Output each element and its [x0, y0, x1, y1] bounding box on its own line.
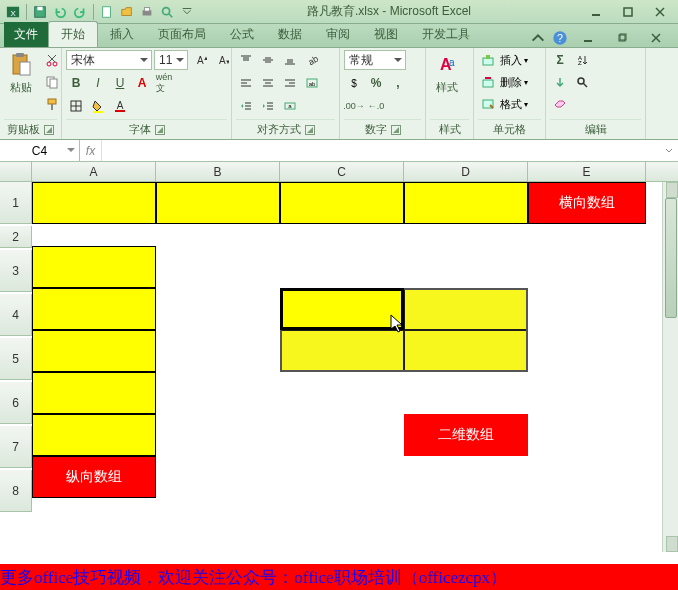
orientation-icon[interactable]: ab: [302, 50, 322, 70]
col-header-e[interactable]: E: [528, 162, 646, 181]
cut-icon[interactable]: [42, 50, 62, 70]
cell-d4[interactable]: [404, 288, 528, 330]
font-name-combo[interactable]: 宋体: [66, 50, 152, 70]
qat-customize-icon[interactable]: [178, 3, 196, 21]
cell-b1[interactable]: [156, 182, 280, 224]
underline-icon[interactable]: U: [110, 73, 130, 93]
row-header-3[interactable]: 3: [0, 250, 32, 292]
tab-data[interactable]: 数据: [266, 22, 314, 47]
align-bottom-icon[interactable]: [280, 50, 300, 70]
format-cells-button[interactable]: 格式▾: [478, 94, 528, 114]
align-left-icon[interactable]: [236, 73, 256, 93]
row-header-6[interactable]: 6: [0, 382, 32, 424]
close-button[interactable]: [646, 3, 674, 21]
maximize-button[interactable]: [614, 3, 642, 21]
insert-cells-button[interactable]: 插入▾: [478, 50, 528, 70]
cell-c5[interactable]: [280, 330, 404, 372]
copy-icon[interactable]: [42, 72, 62, 92]
tab-developer[interactable]: 开发工具: [410, 22, 482, 47]
currency-icon[interactable]: $: [344, 73, 364, 93]
increase-decimal-icon[interactable]: .00→: [344, 96, 364, 116]
col-header-a[interactable]: A: [32, 162, 156, 181]
label-2d-array[interactable]: 二维数组: [404, 414, 528, 456]
fill-color-icon[interactable]: [88, 96, 108, 116]
wrap-text-icon[interactable]: ab: [302, 73, 322, 93]
cell-a7[interactable]: [32, 414, 156, 456]
paste-button[interactable]: 粘贴: [4, 50, 38, 97]
row-header-8[interactable]: 8: [0, 470, 32, 512]
open-icon[interactable]: [118, 3, 136, 21]
increase-indent-icon[interactable]: [258, 96, 278, 116]
font-launcher[interactable]: [155, 125, 165, 135]
number-format-combo[interactable]: 常规: [344, 50, 406, 70]
redo-icon[interactable]: [71, 3, 89, 21]
col-header-b[interactable]: B: [156, 162, 280, 181]
percent-icon[interactable]: %: [366, 73, 386, 93]
cell-a1[interactable]: [32, 182, 156, 224]
align-top-icon[interactable]: [236, 50, 256, 70]
cell-a8[interactable]: 纵向数组: [32, 456, 156, 498]
select-all-corner[interactable]: [0, 162, 32, 181]
tab-review[interactable]: 审阅: [314, 22, 362, 47]
cell-e1[interactable]: 横向数组: [528, 182, 646, 224]
minimize-button[interactable]: [582, 3, 610, 21]
row-header-4[interactable]: 4: [0, 294, 32, 336]
font-size-combo[interactable]: 11: [154, 50, 188, 70]
tab-view[interactable]: 视图: [362, 22, 410, 47]
number-launcher[interactable]: [391, 125, 401, 135]
align-middle-icon[interactable]: [258, 50, 278, 70]
align-right-icon[interactable]: [280, 73, 300, 93]
tab-formulas[interactable]: 公式: [218, 22, 266, 47]
format-painter-icon[interactable]: [42, 94, 62, 114]
tab-page-layout[interactable]: 页面布局: [146, 22, 218, 47]
bold-icon[interactable]: B: [66, 73, 86, 93]
decrease-font-icon[interactable]: A▼: [212, 50, 232, 70]
cell-a5[interactable]: [32, 330, 156, 372]
cells-area[interactable]: 横向数组 纵向数组 二维数组: [32, 182, 678, 552]
styles-button[interactable]: Aa 样式: [430, 50, 464, 97]
decrease-decimal-icon[interactable]: ←.0: [366, 96, 386, 116]
tab-home[interactable]: 开始: [48, 21, 98, 47]
help-icon[interactable]: ?: [552, 30, 568, 46]
name-box[interactable]: C4: [0, 140, 80, 161]
col-header-d[interactable]: D: [404, 162, 528, 181]
decrease-indent-icon[interactable]: [236, 96, 256, 116]
font-color-icon[interactable]: A: [110, 96, 130, 116]
col-header-c[interactable]: C: [280, 162, 404, 181]
row-header-7[interactable]: 7: [0, 426, 32, 468]
workbook-close-icon[interactable]: [642, 29, 670, 47]
row-header-2[interactable]: 2: [0, 226, 32, 248]
workbook-minimize-icon[interactable]: [574, 29, 602, 47]
workbook-restore-icon[interactable]: [608, 29, 636, 47]
find-select-icon[interactable]: [572, 72, 592, 92]
cell-a6[interactable]: [32, 372, 156, 414]
font-color-red-icon[interactable]: A: [132, 73, 152, 93]
cell-a4[interactable]: [32, 288, 156, 330]
fill-icon[interactable]: [550, 72, 570, 92]
minimize-ribbon-icon[interactable]: [530, 30, 546, 46]
tab-file[interactable]: 文件: [4, 22, 48, 47]
italic-icon[interactable]: I: [88, 73, 108, 93]
save-icon[interactable]: [31, 3, 49, 21]
vertical-scrollbar[interactable]: [662, 182, 678, 552]
clipboard-launcher[interactable]: [44, 125, 54, 135]
sort-filter-icon[interactable]: AZ: [572, 50, 592, 70]
cell-d5[interactable]: [404, 330, 528, 372]
align-center-icon[interactable]: [258, 73, 278, 93]
undo-icon[interactable]: [51, 3, 69, 21]
expand-formula-bar-icon[interactable]: [660, 146, 678, 156]
row-header-1[interactable]: 1: [0, 182, 32, 224]
increase-font-icon[interactable]: A▲: [190, 50, 210, 70]
excel-icon[interactable]: X: [4, 3, 22, 21]
phonetic-icon[interactable]: wén文: [154, 73, 174, 93]
row-header-5[interactable]: 5: [0, 338, 32, 380]
fx-button[interactable]: fx: [80, 140, 102, 161]
autosum-icon[interactable]: Σ: [550, 50, 570, 70]
new-icon[interactable]: [98, 3, 116, 21]
tab-insert[interactable]: 插入: [98, 22, 146, 47]
merge-center-icon[interactable]: a: [280, 96, 300, 116]
borders-icon[interactable]: [66, 96, 86, 116]
clear-icon[interactable]: [550, 94, 570, 114]
cell-d1[interactable]: [404, 182, 528, 224]
formula-input[interactable]: [102, 140, 660, 161]
